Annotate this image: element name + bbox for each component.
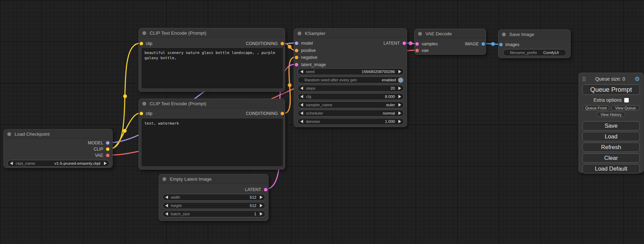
sampler-name-widget[interactable]: sampler_name euler [298, 101, 404, 108]
link-dot[interactable] [123, 129, 127, 133]
port-dot-latent[interactable] [264, 188, 267, 191]
output-latent[interactable]: LATENT [383, 40, 407, 46]
output-image[interactable]: IMAGE [465, 41, 486, 47]
decrement-arrow-icon[interactable] [300, 87, 303, 90]
node-ksampler[interactable]: KSampler model positive negative latent_… [294, 28, 407, 127]
node-header[interactable]: Load Checkpoint [4, 129, 112, 139]
queue-front-button[interactable]: Queue Front [582, 105, 609, 110]
port-dot-conditioning[interactable] [281, 42, 284, 45]
port-dot-vae[interactable] [106, 154, 109, 157]
collapse-dot-icon[interactable] [142, 102, 146, 106]
steps-widget[interactable]: steps 20 [298, 85, 404, 92]
link-dot[interactable] [491, 42, 495, 46]
view-history-button[interactable]: View History [597, 112, 626, 117]
drag-handle-icon[interactable] [582, 76, 586, 81]
decrement-arrow-icon[interactable] [165, 212, 168, 216]
scheduler-widget[interactable]: scheduler normal [298, 110, 404, 117]
port-dot-image[interactable] [482, 42, 485, 46]
collapse-dot-icon[interactable] [418, 32, 422, 36]
input-samples[interactable]: samples [415, 41, 438, 47]
collapse-dot-icon[interactable] [502, 33, 506, 36]
prompt-textarea-positive[interactable]: beautiful scenery nature glass bottle la… [142, 48, 283, 88]
port-dot-latent[interactable] [403, 42, 406, 45]
output-clip[interactable]: CLIP [94, 146, 110, 152]
link-dot[interactable] [288, 83, 292, 87]
input-latent-image[interactable]: latent_image [294, 62, 326, 67]
load-button[interactable]: Load [582, 132, 640, 141]
increment-arrow-icon[interactable] [398, 111, 401, 115]
height-widget[interactable]: height 512 [162, 202, 265, 209]
node-header[interactable]: Save Image [499, 30, 570, 39]
port-dot-conditioning[interactable] [281, 112, 284, 115]
collapse-dot-icon[interactable] [162, 177, 166, 181]
increment-arrow-icon[interactable] [398, 120, 401, 123]
link-dot[interactable] [288, 45, 292, 49]
filename-prefix-widget[interactable]: filename_prefix ComfyUI [503, 49, 566, 56]
node-empty-latent-image[interactable]: Empty Latent Image LATENT width 512 heig… [159, 174, 268, 221]
port-dot-clip[interactable] [106, 147, 109, 151]
refresh-button[interactable]: Refresh [582, 143, 640, 152]
port-dot-clip[interactable] [140, 112, 143, 115]
node-vae-decode[interactable]: VAE Decode samples vae IMAGE [414, 29, 486, 55]
save-button[interactable]: Save [582, 121, 640, 130]
random-seed-toggle-widget[interactable]: Random seed after every gen enabled [298, 76, 404, 83]
link-dot[interactable] [123, 94, 127, 98]
decrement-arrow-icon[interactable] [300, 120, 303, 123]
port-dot-vae[interactable] [415, 49, 419, 52]
collapse-dot-icon[interactable] [7, 132, 11, 136]
load-default-button[interactable]: Load Default [582, 164, 640, 173]
output-model[interactable]: MODEL [88, 140, 110, 146]
collapse-dot-icon[interactable] [142, 31, 146, 35]
output-conditioning[interactable]: CONDITIONING [246, 41, 285, 46]
port-dot-conditioning[interactable] [295, 56, 298, 59]
node-header[interactable]: Empty Latent Image [159, 174, 268, 184]
node-clip-text-encode-positive[interactable]: CLIP Text Encode (Prompt) clip CONDITION… [139, 28, 285, 92]
input-positive[interactable]: positive [294, 48, 316, 53]
increment-arrow-icon[interactable] [398, 70, 401, 73]
port-dot-model[interactable] [295, 42, 298, 45]
decrement-arrow-icon[interactable] [300, 103, 303, 107]
port-dot-clip[interactable] [140, 42, 143, 45]
input-vae[interactable]: vae [415, 48, 429, 53]
output-vae[interactable]: VAE [95, 153, 110, 158]
output-latent[interactable]: LATENT [245, 187, 268, 192]
port-dot-conditioning[interactable] [295, 49, 298, 52]
node-header[interactable]: KSampler [294, 29, 407, 38]
width-widget[interactable]: width 512 [162, 194, 265, 201]
decrement-arrow-icon[interactable] [165, 204, 168, 207]
port-dot-model[interactable] [106, 141, 109, 145]
cfg-widget[interactable]: cfg 8.000 [298, 93, 404, 100]
increment-arrow-icon[interactable] [260, 212, 263, 216]
toggle-circle-icon[interactable] [398, 78, 403, 83]
decrement-arrow-icon[interactable] [300, 70, 303, 73]
batch-size-widget[interactable]: batch_size 1 [162, 210, 265, 217]
port-dot-latent[interactable] [415, 42, 419, 46]
queue-prompt-button[interactable]: Queue Prompt [582, 84, 640, 95]
gear-icon[interactable]: ⚙ [635, 76, 640, 82]
input-images[interactable]: images [499, 42, 519, 47]
port-dot-latent[interactable] [295, 63, 298, 66]
decrement-arrow-icon[interactable] [10, 162, 13, 165]
increment-arrow-icon[interactable] [398, 103, 401, 107]
increment-arrow-icon[interactable] [398, 87, 401, 90]
increment-arrow-icon[interactable] [104, 162, 107, 165]
decrement-arrow-icon[interactable] [165, 196, 168, 199]
node-header[interactable]: CLIP Text Encode (Prompt) [139, 99, 285, 108]
decrement-arrow-icon[interactable] [300, 111, 303, 115]
view-queue-button[interactable]: View Queue [611, 105, 640, 110]
collapse-dot-icon[interactable] [298, 31, 301, 35]
decrement-arrow-icon[interactable] [300, 95, 303, 98]
node-header[interactable]: VAE Decode [415, 29, 486, 38]
output-conditioning[interactable]: CONDITIONING [246, 111, 285, 116]
seed-widget[interactable]: seed 156680208700286 [298, 68, 404, 75]
input-model[interactable]: model [294, 40, 313, 46]
node-clip-text-encode-negative[interactable]: CLIP Text Encode (Prompt) clip CONDITION… [139, 99, 285, 170]
denoise-widget[interactable]: denoise 1.000 [298, 118, 404, 125]
input-clip[interactable]: clip [139, 41, 152, 46]
clear-button[interactable]: Clear [582, 153, 640, 163]
extra-options-checkbox[interactable] [624, 98, 629, 102]
ckpt-name-widget[interactable]: ckpt_name v1-5-pruned-emaonly.ckpt [7, 160, 109, 167]
increment-arrow-icon[interactable] [260, 196, 263, 199]
link-dot[interactable] [409, 42, 413, 45]
port-dot-image[interactable] [499, 43, 503, 46]
